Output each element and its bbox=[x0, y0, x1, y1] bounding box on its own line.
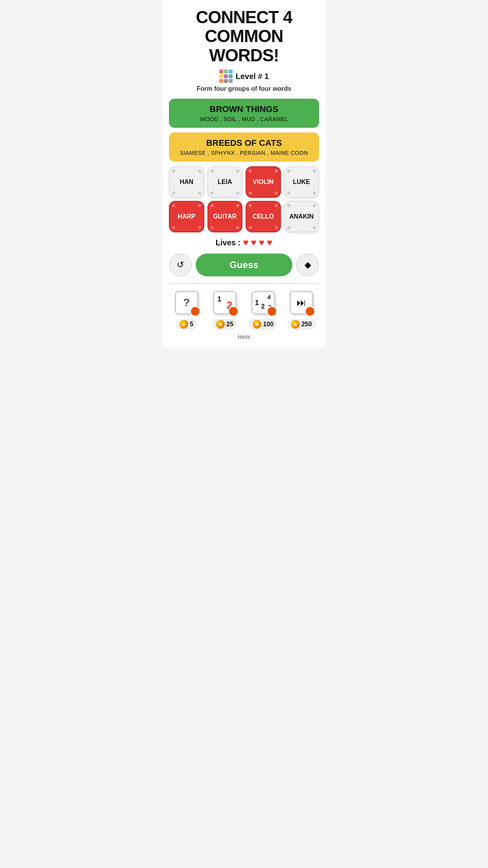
coin-icon-4: ★ bbox=[291, 320, 300, 329]
controls-row: ↺ Guess ◆ bbox=[169, 254, 319, 276]
hints-label: Hints bbox=[169, 332, 319, 343]
subtitle: Form four groups of four words bbox=[197, 85, 292, 92]
word-tile-cello[interactable]: CELLO bbox=[246, 201, 281, 232]
word-tile-anakin[interactable]: ANAKIN bbox=[284, 201, 319, 232]
word-tile-leia[interactable]: LEIA bbox=[207, 166, 243, 198]
word-tile-violin[interactable]: VIOLIN bbox=[246, 166, 281, 198]
hint-reveal-cost-label: 5 bbox=[190, 321, 193, 328]
lives-row: Lives : ♥ ♥ ♥ ♥ bbox=[216, 237, 272, 248]
guess-label: Guess bbox=[229, 259, 258, 270]
hint-categories-orange bbox=[267, 306, 277, 316]
hint-categories-icon: 4 1 2 3 bbox=[250, 289, 277, 316]
hint-categories-cost: ★ 100 bbox=[249, 319, 277, 330]
hints-section: ? ★ 5 1 2 ★ bbox=[169, 283, 319, 343]
erase-button[interactable]: ◆ bbox=[296, 254, 319, 276]
word-grid: HANLEIAVIOLINLUKEHARPGUITARCELLOANAKIN bbox=[169, 166, 319, 232]
hint-shuffle-cost: ★ 25 bbox=[212, 319, 237, 330]
level-grid-icon bbox=[219, 70, 233, 83]
num-two-mid: 2 bbox=[261, 303, 265, 310]
shuffle-button[interactable]: ↺ bbox=[169, 254, 192, 276]
hint-reveal-icon: ? bbox=[173, 289, 200, 316]
coin-icon-2: ★ bbox=[216, 320, 225, 329]
hint-skip[interactable]: ⏭ ★ 250 bbox=[284, 289, 319, 330]
hint-shuffle-icon: 1 2 bbox=[211, 289, 238, 316]
word-tile-han[interactable]: HAN bbox=[169, 166, 204, 198]
coin-icon-3: ★ bbox=[253, 320, 261, 329]
word-tile-harp[interactable]: HARP bbox=[169, 201, 204, 232]
hint-skip-orange bbox=[305, 306, 315, 316]
hint-skip-icon: ⏭ bbox=[288, 289, 315, 316]
coin-icon-1: ★ bbox=[180, 320, 188, 329]
heart-3: ♥ bbox=[259, 237, 264, 248]
num-one: 1 bbox=[217, 295, 221, 303]
heart-1: ♥ bbox=[243, 237, 248, 248]
hint-categories[interactable]: 4 1 2 3 ★ 100 bbox=[246, 289, 281, 330]
category-words-breeds: SIAMESE , SPHYNX , PERSIAN , MAINE COON bbox=[177, 150, 311, 156]
hint-reveal[interactable]: ? ★ 5 bbox=[169, 289, 204, 330]
hint-skip-cost-label: 250 bbox=[301, 321, 312, 328]
category-words-brown: WOOD , SOIL , MUD , CARAMEL bbox=[177, 116, 311, 122]
word-tile-guitar[interactable]: GUITAR bbox=[207, 201, 243, 232]
question-mark-icon: ? bbox=[183, 296, 190, 309]
page-title: CONNECT 4 COMMON WORDS! bbox=[169, 8, 319, 65]
hints-grid: ? ★ 5 1 2 ★ bbox=[169, 284, 319, 332]
category-title-brown: BROWN THINGS bbox=[177, 104, 311, 114]
guess-button[interactable]: Guess bbox=[196, 254, 292, 276]
lives-label: Lives : bbox=[216, 238, 240, 247]
erase-icon: ◆ bbox=[305, 260, 311, 270]
word-tile-luke[interactable]: LUKE bbox=[284, 166, 319, 198]
hint-shuffle-orange bbox=[228, 306, 238, 316]
hint-categories-cost-label: 100 bbox=[263, 321, 273, 328]
hint-shuffle-cost-label: 25 bbox=[226, 321, 233, 328]
num-one-mid: 1 bbox=[255, 299, 259, 307]
heart-2: ♥ bbox=[251, 237, 256, 248]
level-row: Level # 1 bbox=[219, 70, 269, 83]
shuffle-icon: ↺ bbox=[177, 260, 184, 270]
app-container: CONNECT 4 COMMON WORDS! Level # 1 Form f… bbox=[163, 0, 325, 347]
category-title-breeds: BREEDS OF CATS bbox=[177, 138, 311, 148]
category-card-brown-things: BROWN THINGS WOOD , SOIL , MUD , CARAMEL bbox=[169, 99, 319, 128]
heart-4: ♥ bbox=[267, 237, 272, 248]
hint-reveal-cost: ★ 5 bbox=[176, 319, 197, 330]
level-label: Level # 1 bbox=[236, 72, 269, 81]
num-four: 4 bbox=[267, 294, 270, 300]
category-card-breeds: BREEDS OF CATS SIAMESE , SPHYNX , PERSIA… bbox=[169, 132, 319, 162]
play-icon: ⏭ bbox=[297, 297, 306, 308]
hint-skip-cost: ★ 250 bbox=[287, 319, 316, 330]
hint-reveal-orange bbox=[190, 306, 200, 316]
hint-shuffle[interactable]: 1 2 ★ 25 bbox=[207, 289, 243, 330]
